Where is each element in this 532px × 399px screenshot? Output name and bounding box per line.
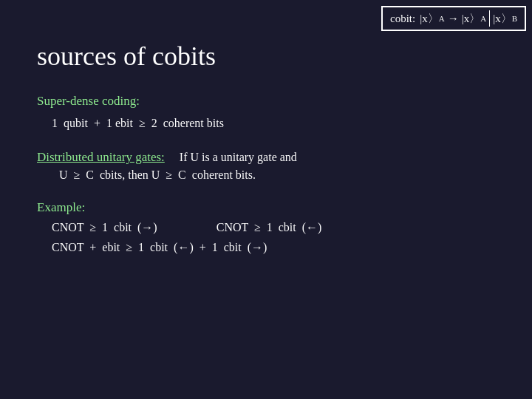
ket-x-1: x [422, 13, 428, 25]
ket-x-2: x [464, 13, 470, 25]
main-content: sources of cobits Super-dense coding: 1 … [0, 0, 532, 287]
vertical-separator [489, 10, 490, 27]
ket-sub-3: B [512, 14, 517, 23]
distributed-detail: U ≥ C cbits, then U ≥ C coherent bits. [59, 166, 495, 184]
section-distributed: Distributed unitary gates: If U is a uni… [37, 149, 495, 184]
example-label: Example: [37, 200, 495, 215]
cnot-row2: CNOT + ebit ≥ 1 cbit (←) + 1 cbit (→) [52, 239, 495, 256]
distributed-label: Distributed unitary gates: [37, 150, 165, 164]
ket-x-3: x [495, 13, 501, 25]
ket-xa-1: |x〉A [420, 12, 444, 26]
super-dense-line: 1 qubit + 1 ebit ≥ 2 coherent bits [52, 115, 495, 132]
cobit-label: cobit: [390, 13, 415, 25]
example-row-1: CNOT ≥ 1 cbit (→) CNOT ≥ 1 cbit (←) [52, 221, 495, 234]
ket-sub-1: A [439, 14, 445, 23]
ket-sub-2: A [480, 14, 486, 23]
cobit-formula-box: cobit: |x〉A → |x〉A |x〉B [381, 6, 526, 31]
ket-angle-1: 〉 [428, 12, 439, 26]
cnot-row1-right: CNOT ≥ 1 cbit (←) [216, 221, 322, 234]
distributed-intro: If U is a unitary gate and [174, 151, 297, 163]
ket-angle-2: 〉 [469, 12, 480, 26]
page-title: sources of cobits [37, 41, 495, 72]
section-super-dense: Super-dense coding: 1 qubit + 1 ebit ≥ 2… [37, 94, 495, 132]
section-example: Example: CNOT ≥ 1 cbit (→) CNOT ≥ 1 cbit… [37, 200, 495, 256]
super-dense-label: Super-dense coding: [37, 94, 495, 109]
ket-xa-2: |x〉A [462, 12, 486, 26]
ket-angle-3: 〉 [501, 12, 512, 26]
cnot-row1-left: CNOT ≥ 1 cbit (→) [52, 221, 157, 234]
ket-xb: |x〉B [493, 12, 517, 26]
arrow-symbol: → [448, 13, 459, 25]
